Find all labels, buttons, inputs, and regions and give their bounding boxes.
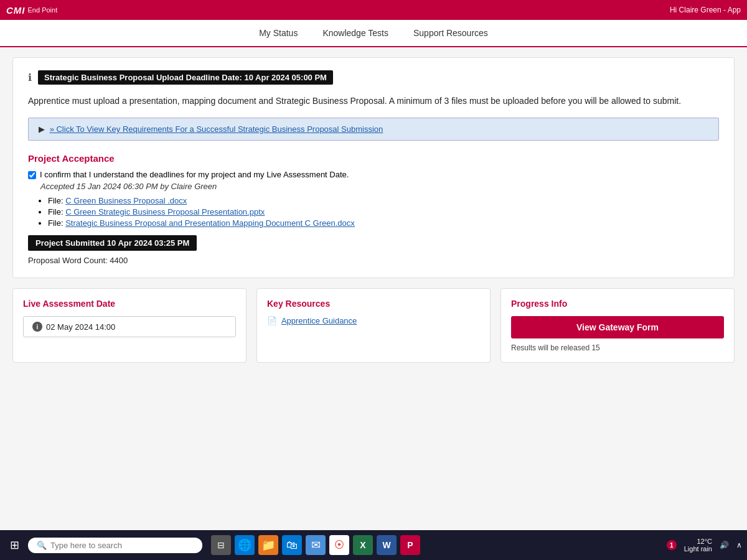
list-item: 📄 Apprentice Guidance — [267, 316, 480, 325]
folder-icon[interactable]: 📁 — [258, 535, 278, 555]
search-input[interactable] — [50, 541, 187, 550]
file-label-2: File: — [48, 207, 65, 217]
arrow-icon: ▶ — [39, 124, 45, 134]
nav-bar: My Status Knowledge Tests Support Resour… — [0, 20, 747, 47]
mail-icon[interactable]: ✉ — [306, 535, 326, 555]
info-circle-icon: i — [32, 322, 42, 332]
file-label-1: File: — [48, 196, 65, 205]
project-acceptance-title: Project Acceptance — [28, 153, 719, 164]
bottom-section: Live Assessment Date i 02 May 2024 14:00… — [12, 288, 735, 363]
edge-icon[interactable]: 🌐 — [235, 535, 255, 555]
file-label-3: File: — [48, 218, 65, 228]
endpoint-label: End Point — [28, 6, 58, 14]
submitted-badge: Project Submitted 10 Apr 2024 03:25 PM — [28, 235, 197, 251]
powerpoint-icon[interactable]: P — [400, 535, 420, 555]
view-gateway-button[interactable]: View Gateway Form — [511, 316, 724, 338]
cmi-logo: CMI — [6, 5, 26, 16]
key-resources-card: Key Resources 📄 Apprentice Guidance — [256, 288, 491, 363]
excel-icon[interactable]: X — [353, 535, 373, 555]
file-link-2[interactable]: C Green Strategic Business Proposal Pres… — [65, 207, 265, 217]
chrome-icon[interactable]: ⦿ — [329, 535, 349, 555]
volume-icon[interactable]: 🔊 — [720, 541, 729, 549]
acceptance-checkbox[interactable] — [28, 171, 36, 179]
acceptance-checkbox-row: I confirm that I understand the deadline… — [28, 170, 719, 179]
weather-desc: Light rain — [684, 545, 712, 553]
file-link-1[interactable]: C Green Business Proposal .docx — [65, 196, 187, 205]
store-icon[interactable]: 🛍 — [282, 535, 302, 555]
list-item: File: C Green Strategic Business Proposa… — [48, 207, 719, 217]
resources-list: 📄 Apprentice Guidance — [267, 316, 480, 325]
info-icon: ℹ — [28, 72, 32, 83]
header-bar: CMI End Point Hi Claire Green - App — [0, 0, 747, 20]
search-icon: 🔍 — [37, 541, 47, 550]
acceptance-label: I confirm that I understand the deadline… — [40, 170, 349, 179]
assessment-date-box: i 02 May 2024 14:00 — [23, 316, 236, 337]
list-item: File: Strategic Business Proposal and Pr… — [48, 218, 719, 228]
requirements-box[interactable]: ▶ » Click To View Key Requirements For a… — [28, 118, 719, 141]
requirements-link[interactable]: » Click To View Key Requirements For a S… — [50, 124, 383, 134]
taskview-icon[interactable]: ⊟ — [211, 535, 231, 555]
document-icon: 📄 — [267, 316, 277, 325]
taskbar-app-icons: ⊟ 🌐 📁 🛍 ✉ ⦿ X W P — [211, 535, 420, 555]
accepted-text: Accepted 15 Jan 2024 06:30 PM by Claire … — [40, 182, 719, 191]
progress-info-card: Progress Info View Gateway Form Results … — [500, 288, 735, 363]
start-button[interactable]: ⊞ — [5, 536, 24, 554]
word-icon[interactable]: W — [377, 535, 397, 555]
deadline-badge: Strategic Business Proposal Upload Deadl… — [38, 70, 333, 85]
live-assessment-title: Live Assessment Date — [23, 299, 236, 309]
notification-badge: 1 — [667, 540, 677, 550]
file-list: File: C Green Business Proposal .docx Fi… — [48, 196, 719, 228]
nav-knowledge-tests[interactable]: Knowledge Tests — [322, 28, 388, 38]
main-card: ℹ Strategic Business Proposal Upload Dea… — [12, 57, 735, 278]
results-text: Results will be released 15 — [511, 343, 724, 352]
taskbar-system-tray: 1 12°C Light rain 🔊 ∧ — [667, 538, 742, 553]
weather-display: 12°C Light rain — [684, 538, 712, 553]
progress-info-title: Progress Info — [511, 299, 724, 309]
taskbar: ⊞ 🔍 ⊟ 🌐 📁 🛍 ✉ ⦿ X W P 1 12°C Light rain … — [0, 530, 747, 560]
user-greeting: Hi Claire Green - App — [670, 6, 741, 14]
list-item: File: C Green Business Proposal .docx — [48, 196, 719, 205]
weather-temp: 12°C — [697, 538, 712, 545]
chevron-up-icon[interactable]: ∧ — [736, 541, 742, 549]
assessment-date: 02 May 2024 14:00 — [46, 322, 115, 332]
nav-my-status[interactable]: My Status — [259, 28, 298, 38]
description-text: Apprentice must upload a presentation, m… — [28, 95, 719, 108]
key-resources-title: Key Resources — [267, 299, 480, 309]
search-box[interactable]: 🔍 — [28, 538, 202, 553]
nav-support-resources[interactable]: Support Resources — [413, 28, 488, 38]
word-count: Proposal Word Count: 4400 — [28, 256, 719, 265]
apprentice-guidance-link[interactable]: Apprentice Guidance — [281, 316, 357, 325]
main-content: ℹ Strategic Business Proposal Upload Dea… — [0, 47, 747, 530]
live-assessment-card: Live Assessment Date i 02 May 2024 14:00 — [12, 288, 247, 363]
info-banner: ℹ Strategic Business Proposal Upload Dea… — [28, 70, 719, 85]
file-link-3[interactable]: Strategic Business Proposal and Presenta… — [65, 218, 355, 228]
